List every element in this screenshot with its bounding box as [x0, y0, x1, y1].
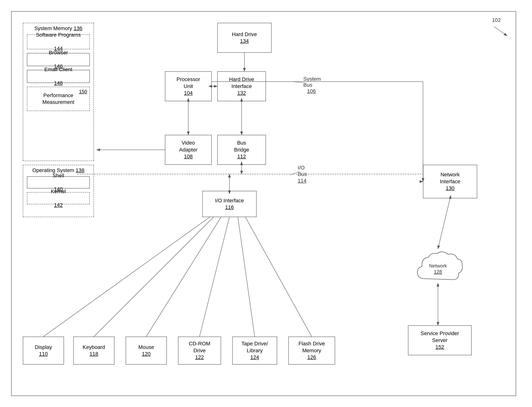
system-bus-ref: 106: [307, 88, 316, 94]
system-memory-box: System Memory 136 Software Programs 144 …: [23, 23, 94, 161]
svg-line-25: [238, 217, 255, 337]
system-memory-ref: 136: [74, 25, 82, 31]
operating-system-box: Operating System 138 Shell 140 Kernel 14…: [23, 165, 94, 217]
io-interface-label: I/O Interface116: [215, 197, 244, 211]
kernel-ref: 142: [54, 202, 63, 208]
browser-label: Browser: [49, 49, 68, 56]
io-bus-label2: Bus: [298, 171, 307, 177]
svg-text:Network: Network: [429, 263, 447, 269]
network-interface-label: NetworkInterface130: [440, 171, 460, 192]
hard-drive-box: Hard Drive134: [217, 23, 272, 53]
email-client-ref: 148: [54, 80, 63, 86]
svg-line-23: [146, 217, 221, 337]
io-bus-label: I/O: [298, 165, 305, 171]
hard-drive-label: Hard Drive134: [232, 31, 257, 45]
email-client-box: Email Client 148: [27, 70, 90, 83]
system-bus-label: SystemBus: [303, 76, 321, 88]
service-provider-box: Service ProviderServer152: [408, 325, 472, 355]
svg-line-26: [245, 217, 312, 337]
tape-drive-label: Tape Drive/Library124: [242, 340, 268, 361]
performance-measurement-label: PerformanceMeasurement: [42, 92, 74, 106]
network-interface-box: NetworkInterface130: [423, 165, 477, 198]
mouse-box: Mouse120: [126, 337, 167, 365]
system-memory-label: System Memory: [34, 25, 72, 31]
software-programs-label: Software Programs: [36, 31, 81, 38]
shell-box: Shell 140: [27, 176, 90, 188]
keyboard-box: Keyboard118: [73, 337, 114, 365]
video-adapter-box: VideoAdapter108: [165, 135, 212, 165]
flash-drive-box: Flash DriveMemory126: [288, 337, 335, 365]
tape-drive-box: Tape Drive/Library124: [232, 337, 277, 365]
display-label: Display110: [35, 344, 52, 358]
processor-unit-label: ProcessorUnit104: [177, 76, 200, 96]
svg-line-29: [494, 26, 507, 36]
cdrom-drive-label: CD-ROMDrive122: [189, 340, 210, 361]
mouse-label: Mouse120: [138, 344, 154, 358]
hard-drive-interface-label: Hard DriveInterface132: [229, 76, 254, 96]
diagram-container: 102 System Memory 136 Software Programs …: [11, 11, 516, 396]
kernel-label: Kernel: [51, 188, 66, 195]
svg-line-27: [438, 198, 450, 249]
io-bus-ref: 114: [298, 178, 306, 184]
svg-line-21: [43, 217, 210, 337]
service-provider-label: Service ProviderServer152: [420, 330, 459, 350]
kernel-box: Kernel 142: [27, 192, 90, 204]
video-adapter-label: VideoAdapter108: [179, 140, 197, 160]
processor-unit-box: ProcessorUnit104: [165, 71, 212, 101]
display-box: Display110: [23, 337, 64, 365]
performance-measurement-box: 150 PerformanceMeasurement: [27, 87, 90, 111]
email-client-label: Email Client: [44, 66, 72, 73]
network-cloud: Network 128: [410, 249, 466, 286]
svg-line-31: [292, 82, 303, 83]
software-programs-box: Software Programs 144: [27, 34, 90, 49]
shell-label: Shell: [53, 172, 64, 179]
perf-ref: 150: [79, 88, 87, 95]
cdrom-drive-box: CD-ROMDrive122: [178, 337, 221, 365]
svg-line-24: [200, 217, 229, 337]
browser-box: Browser 146: [27, 53, 90, 66]
svg-text:128: 128: [434, 269, 442, 274]
hard-drive-interface-box: Hard DriveInterface132: [217, 71, 266, 101]
flash-drive-label: Flash DriveMemory126: [298, 340, 325, 361]
bus-bridge-box: BusBridge112: [217, 135, 266, 165]
ref-102-label: 102: [492, 17, 501, 23]
svg-line-22: [94, 217, 214, 337]
operating-system-ref: 138: [76, 167, 85, 173]
keyboard-label: Keyboard118: [83, 344, 105, 358]
bus-bridge-label: BusBridge112: [234, 140, 249, 160]
io-interface-box: I/O Interface116: [202, 191, 257, 217]
